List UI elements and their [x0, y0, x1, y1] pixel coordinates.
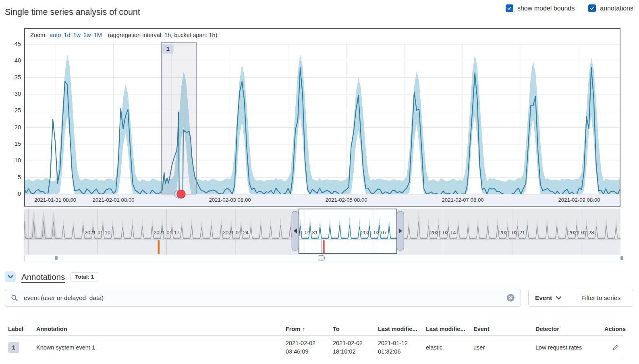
selection-left-handle[interactable]: [292, 211, 299, 250]
x-tick-label: 2021-02-07 08:00: [442, 197, 483, 203]
annotation-region[interactable]: [162, 42, 197, 194]
y-tick-label: 0: [3, 190, 21, 197]
show-model-bounds-control[interactable]: show model bounds: [506, 4, 575, 12]
annotations-checkbox-label: annotations: [600, 5, 633, 12]
x-tick-label: 2021-02-01 08:00: [92, 197, 134, 203]
filter-to-series-button[interactable]: Filter to series: [568, 289, 634, 306]
context-navigator-chart[interactable]: 2021-01-102021-01-172021-01-242021-01-31…: [24, 209, 620, 255]
main-chart-panel: Zoom:auto1d1w2w1M(aggregation interval: …: [24, 28, 620, 207]
y-tick-label: 45: [3, 41, 21, 47]
event-cell: user: [473, 344, 535, 351]
clear-search-button[interactable]: [506, 294, 515, 302]
context-x-tick-label: 2021-01-17: [154, 230, 180, 236]
y-tick-label: 15: [3, 141, 21, 147]
x-tick-label: 2021-02-03 08:00: [209, 197, 251, 203]
annotations-heading: Annotations: [21, 272, 65, 282]
y-tick-label: 35: [3, 74, 21, 81]
annotations-total-badge: Total: 1: [71, 272, 98, 281]
detector-cell: Low request rates: [535, 344, 604, 351]
show-model-bounds-label: show model bounds: [517, 5, 575, 12]
annotations-toggle-control[interactable]: annotations: [588, 4, 633, 12]
pencil-icon: [612, 344, 619, 351]
event-filter-label: Event: [535, 294, 552, 302]
context-x-tick-label: 2021-02-21: [499, 230, 525, 236]
chart-display-controls: show model bounds annotations: [506, 4, 633, 12]
search-icon: [11, 294, 18, 302]
annotations-table: Label Annotation From↑ To Last modifie..…: [8, 322, 623, 359]
context-x-tick-label: 2021-01-24: [223, 230, 249, 236]
to-cell: 2021-02-0218:10:02: [333, 339, 378, 356]
context-x-tick-label: 2021-02-28: [568, 230, 594, 236]
zoom-option-2w[interactable]: 2w: [83, 32, 91, 38]
y-tick-label: 30: [3, 91, 21, 97]
y-tick-label: 40: [3, 57, 21, 64]
scrollbar-right-thumb[interactable]: [620, 256, 623, 260]
annotations-search-input[interactable]: [23, 294, 502, 302]
show-model-bounds-checkbox[interactable]: [506, 4, 513, 12]
annotation-tick[interactable]: [321, 240, 322, 254]
annotation-label-cell: 1: [8, 342, 36, 353]
main-time-series-chart[interactable]: 2021-01-31 08:002021-02-01 08:002021-02-…: [25, 41, 620, 206]
actions-cell: [604, 344, 623, 351]
column-header-from[interactable]: From↑: [286, 326, 333, 332]
scrollbar-center-thumb[interactable]: [318, 255, 325, 261]
zoom-option-1w[interactable]: 1w: [73, 32, 81, 38]
last-modified-by-cell: elastic: [426, 344, 473, 351]
chevron-down-icon: [8, 275, 13, 279]
table-header-row: Label Annotation From↑ To Last modifie..…: [8, 322, 623, 336]
y-tick-label: 25: [3, 107, 21, 114]
last-modified-at-cell: 2021-01-1201:32:06: [378, 339, 426, 356]
context-x-tick-label: 2021-02-14: [430, 230, 456, 236]
annotations-header: Annotations Total: 1: [5, 271, 98, 282]
close-icon: [506, 294, 515, 302]
column-header-label[interactable]: Label: [8, 326, 36, 332]
column-header-last-modified-at[interactable]: Last modifie...: [378, 326, 426, 332]
x-tick-label: 2021-02-09 08:00: [558, 197, 600, 203]
annotation-tick[interactable]: [323, 240, 325, 254]
y-tick-label: 10: [3, 157, 21, 163]
annotation-text-cell: Known system event 1: [36, 344, 286, 351]
zoom-option-1M[interactable]: 1M: [94, 32, 102, 38]
context-x-tick-label: 2021-01-10: [85, 230, 110, 236]
event-filter-dropdown[interactable]: Event: [529, 289, 568, 306]
navigator-scrollbar[interactable]: [24, 255, 625, 261]
anomaly-marker[interactable]: [177, 190, 185, 199]
edit-annotation-button[interactable]: [612, 344, 619, 351]
sort-asc-icon: ↑: [302, 326, 305, 332]
y-tick-label: 5: [3, 174, 21, 180]
check-icon: [589, 6, 595, 11]
chart-toolbar: Zoom:auto1d1w2w1M(aggregation interval: …: [25, 29, 620, 41]
page-title: Single time series analysis of count: [5, 7, 140, 17]
context-x-tick-label: 2021-02-07: [361, 230, 387, 236]
zoom-label: Zoom:: [30, 32, 47, 38]
annotations-collapse-button[interactable]: [5, 271, 16, 282]
from-cell: 2021-02-0203:46:09: [286, 339, 333, 356]
scrollbar-left-thumb[interactable]: [55, 256, 58, 260]
selection-right-handle[interactable]: [397, 211, 404, 250]
column-header-actions: Actions: [604, 326, 623, 332]
chevron-down-icon: [556, 296, 561, 300]
annotations-checkbox[interactable]: [588, 4, 596, 12]
annotation-region-label: 1: [166, 46, 170, 52]
column-header-last-modified-by[interactable]: Last modifie...: [426, 326, 473, 332]
annotations-filter-group: Event Filter to series: [528, 289, 634, 307]
aggregation-note: (aggregation interval: 1h, bucket span: …: [108, 32, 218, 38]
y-tick-label: 20: [3, 124, 21, 130]
column-header-event[interactable]: Event: [473, 326, 535, 332]
table-row[interactable]: 1 Known system event 1 2021-02-0203:46:0…: [8, 336, 623, 359]
x-tick-label: 2021-01-31 08:00: [34, 197, 76, 203]
annotations-search: [5, 289, 521, 307]
column-header-annotation[interactable]: Annotation: [36, 326, 286, 332]
ml-single-metric-viewer: Single time series analysis of count sho…: [0, 0, 639, 364]
annotation-label-badge: 1: [8, 342, 19, 353]
zoom-option-auto[interactable]: auto: [50, 32, 61, 38]
x-tick-label: 2021-02-05 08:00: [325, 197, 367, 203]
column-header-detector[interactable]: Detector: [535, 326, 604, 332]
annotation-tick[interactable]: [158, 240, 160, 254]
zoom-option-1d[interactable]: 1d: [64, 32, 70, 38]
column-header-to[interactable]: To: [333, 326, 378, 332]
check-icon: [507, 6, 512, 11]
